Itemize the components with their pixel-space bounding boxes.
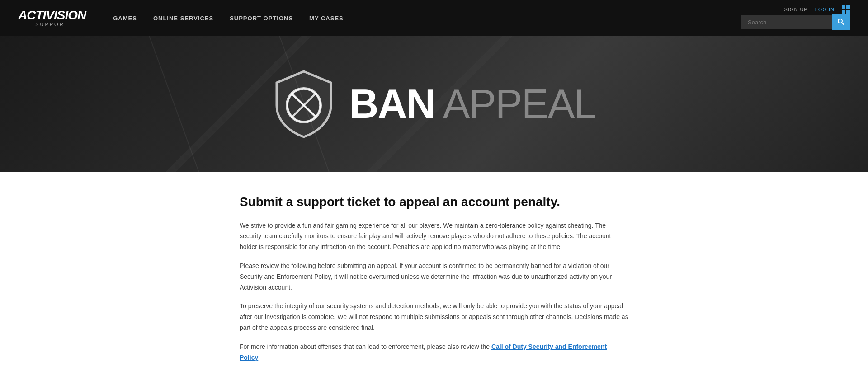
- search-icon: [837, 18, 844, 25]
- page-heading: Submit a support ticket to appeal an acc…: [240, 194, 628, 210]
- main-nav: GAMES ONLINE SERVICES SUPPORT OPTIONS MY…: [113, 15, 344, 22]
- search-input[interactable]: [741, 15, 832, 29]
- sign-up-link[interactable]: SIGN UP: [784, 7, 807, 12]
- svg-line-1: [842, 23, 844, 25]
- grid-icon: [842, 5, 850, 14]
- hero-appeal-label: APPEAL: [443, 84, 595, 124]
- shield-icon: [272, 69, 335, 139]
- nav-online-services[interactable]: ONLINE SERVICES: [153, 15, 213, 22]
- logo: ACTIVISION SUPPORT: [18, 9, 86, 27]
- nav-games[interactable]: GAMES: [113, 15, 137, 22]
- header-left: ACTIVISION SUPPORT GAMES ONLINE SERVICES…: [18, 9, 344, 27]
- top-auth-links: SIGN UP LOG IN: [784, 5, 850, 14]
- paragraph-4-suffix: .: [258, 354, 260, 361]
- logo-text: ACTIVISION: [18, 9, 86, 22]
- hero-section: BAN APPEAL: [0, 36, 868, 172]
- nav-my-cases[interactable]: MY CASES: [309, 15, 344, 22]
- paragraph-4-prefix: For more information about offenses that…: [240, 343, 491, 350]
- hero-ban-label: BAN: [349, 84, 434, 124]
- search-container: [741, 14, 850, 30]
- site-header: ACTIVISION SUPPORT GAMES ONLINE SERVICES…: [0, 0, 868, 36]
- search-button[interactable]: [832, 14, 850, 30]
- logo-support: SUPPORT: [35, 22, 69, 27]
- hero-content: BAN APPEAL: [272, 69, 595, 139]
- log-in-link[interactable]: LOG IN: [815, 7, 835, 12]
- nav-support-options[interactable]: SUPPORT OPTIONS: [230, 15, 293, 22]
- hero-title: BAN APPEAL: [349, 84, 595, 124]
- paragraph-2: Please review the following before submi…: [240, 261, 628, 293]
- svg-point-0: [838, 19, 842, 23]
- paragraph-1: We strive to provide a fun and fair gami…: [240, 221, 628, 253]
- main-content: Submit a support ticket to appeal an acc…: [231, 172, 637, 371]
- paragraph-3: To preserve the integrity of our securit…: [240, 301, 628, 333]
- paragraph-4: For more information about offenses that…: [240, 342, 628, 363]
